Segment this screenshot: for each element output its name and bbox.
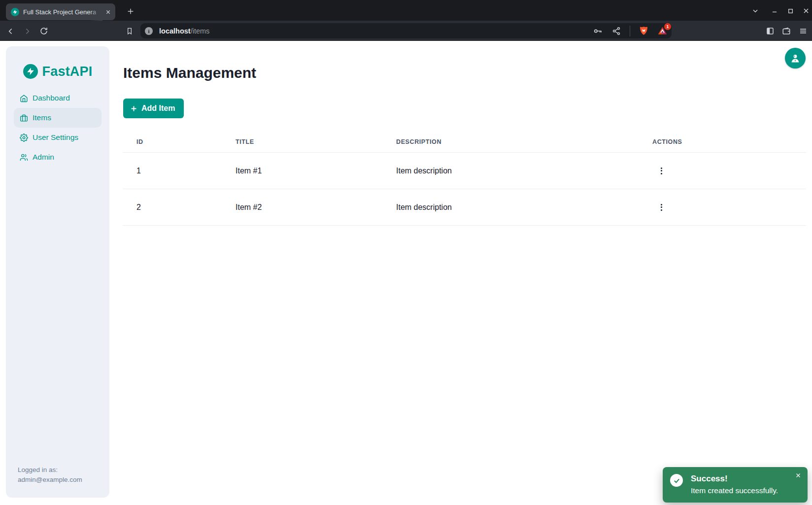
sidebar-item-label: User Settings [33, 133, 78, 142]
window-maximize-icon[interactable] [784, 5, 796, 17]
sidebar-nav: Dashboard Items User Settings Admin [14, 88, 102, 167]
sidebar-item-dashboard[interactable]: Dashboard [14, 88, 102, 108]
sidebar-item-label: Dashboard [33, 94, 70, 102]
rewards-notification-badge: 1 [664, 23, 671, 30]
sidebar-item-admin[interactable]: Admin [14, 147, 102, 167]
fastapi-bolt-icon [23, 64, 38, 79]
brave-rewards-icon[interactable]: 1 [657, 26, 668, 36]
toolbar-separator [630, 26, 630, 36]
browser-tab[interactable]: Full Stack Project Genera [6, 3, 115, 20]
logged-in-label: Logged in as: [18, 465, 82, 475]
url-text[interactable]: localhost/items [159, 27, 209, 35]
address-bar-actions: 1 [592, 26, 668, 36]
column-header-actions: ACTIONS [639, 138, 806, 145]
row-actions-kebab-icon[interactable] [655, 164, 667, 178]
logged-in-email: admin@example.com [18, 475, 82, 485]
column-header-id: ID [123, 138, 222, 145]
column-header-title: TITLE [222, 138, 382, 145]
fastapi-logo: FastAPI [6, 63, 109, 80]
url-path: /items [191, 27, 210, 35]
users-icon [20, 153, 28, 162]
toast-body: Success! Item created successfully. [691, 473, 778, 497]
cell-id: 2 [123, 203, 222, 212]
menu-hamburger-icon[interactable] [797, 25, 810, 37]
sidebar-item-label: Items [33, 113, 51, 122]
window-minimize-icon[interactable] [769, 5, 780, 17]
sidebar-item-label: Admin [33, 153, 54, 162]
row-actions-kebab-icon[interactable] [655, 201, 667, 214]
user-avatar-icon [789, 52, 801, 64]
cell-actions [639, 164, 806, 178]
password-key-icon[interactable] [592, 26, 603, 36]
sidebar-item-items[interactable]: Items [14, 108, 102, 128]
browser-window: Full Stack Project Genera [0, 0, 812, 505]
app-page: FastAPI Dashboard Items User Settings A [0, 41, 812, 505]
home-icon [20, 94, 28, 102]
address-bar[interactable]: i localhost/items [140, 23, 672, 38]
toast-close-icon[interactable] [794, 471, 803, 480]
table-row: 2 Item #2 Item description [123, 189, 806, 226]
cell-id: 1 [123, 167, 222, 175]
cell-title: Item #1 [222, 167, 382, 175]
brave-shield-icon[interactable] [638, 26, 649, 36]
sidebar-panel-icon[interactable] [764, 25, 777, 37]
wallet-icon[interactable] [780, 25, 793, 37]
sidebar-item-user-settings[interactable]: User Settings [14, 128, 102, 147]
plus-icon [130, 105, 137, 112]
new-tab-button[interactable] [124, 5, 137, 18]
fastapi-favicon-icon [11, 8, 19, 16]
tab-close-icon[interactable] [104, 8, 112, 16]
add-item-label: Add Item [141, 104, 175, 113]
items-table: ID TITLE DESCRIPTION ACTIONS 1 Item #1 I… [123, 131, 806, 226]
tab-strip: Full Stack Project Genera [0, 0, 812, 21]
check-circle-icon [670, 474, 683, 487]
browser-toolbar: i localhost/items [0, 21, 812, 41]
url-host: localhost [159, 27, 191, 35]
column-header-description: DESCRIPTION [382, 138, 639, 145]
add-item-button[interactable]: Add Item [123, 99, 184, 118]
cell-description: Item description [382, 203, 639, 212]
cell-actions [639, 201, 806, 214]
briefcase-icon [20, 114, 28, 122]
site-info-icon[interactable]: i [145, 27, 153, 35]
page-title: Items Management [123, 65, 256, 81]
app-sidebar: FastAPI Dashboard Items User Settings A [6, 46, 109, 498]
back-button-icon[interactable] [4, 25, 17, 37]
user-avatar-button[interactable] [785, 48, 806, 68]
cell-title: Item #2 [222, 203, 382, 212]
toast-title: Success! [691, 473, 778, 485]
table-row: 1 Item #1 Item description [123, 153, 806, 189]
bookmark-icon[interactable] [123, 25, 136, 37]
share-icon[interactable] [611, 26, 622, 36]
toast-message: Item created successfully. [691, 485, 778, 496]
logo-text: FastAPI [42, 64, 93, 79]
reload-button-icon[interactable] [37, 25, 50, 37]
logged-in-footer: Logged in as: admin@example.com [18, 465, 82, 485]
window-close-icon[interactable] [800, 5, 812, 17]
tab-title-fade [90, 7, 102, 21]
tab-search-chevron-icon[interactable] [749, 5, 761, 17]
table-header-row: ID TITLE DESCRIPTION ACTIONS [123, 131, 806, 153]
cell-description: Item description [382, 167, 639, 175]
gear-icon [20, 134, 28, 142]
success-toast: Success! Item created successfully. [663, 467, 808, 503]
forward-button-icon [21, 25, 34, 37]
